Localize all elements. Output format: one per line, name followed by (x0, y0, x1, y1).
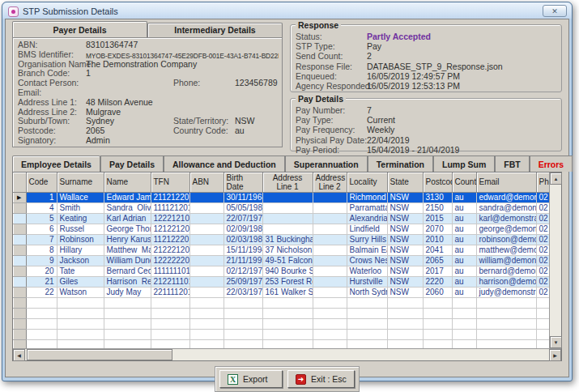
grid-cell-address1[interactable]: 49-51 Falcon Street (262, 255, 313, 266)
grid-cell-tfn[interactable]: 122222201 (151, 255, 189, 266)
grid-cell-code[interactable]: 5 (26, 213, 57, 224)
grid-cell-abn[interactable] (189, 276, 224, 287)
grid-cell-locality[interactable]: Crows Nest (347, 255, 387, 266)
row-selector[interactable] (13, 255, 26, 266)
grid-cell-address1[interactable] (262, 224, 313, 234)
grid-cell-state[interactable]: NSW (387, 224, 423, 234)
grid-cell-name[interactable]: Harrison Relf (104, 276, 151, 287)
grid-cell-tfn[interactable]: 211212201 (151, 192, 189, 202)
grid-cell-name[interactable] (104, 308, 151, 318)
row-selector[interactable] (13, 202, 26, 213)
grid-cell-name[interactable]: George Thomas (104, 224, 151, 234)
grid-cell-address1[interactable] (262, 339, 313, 348)
grid-cell-locality[interactable]: Lindfield (347, 224, 387, 234)
grid-cell-abn[interactable] (189, 213, 224, 224)
grid-cell-country[interactable] (452, 329, 476, 339)
table-row[interactable] (13, 329, 549, 339)
grid-cell-country[interactable]: au (452, 266, 476, 276)
row-selector[interactable]: ▶ (13, 192, 26, 202)
grid-cell-country[interactable]: au (452, 202, 476, 213)
grid-cell-address1[interactable] (262, 213, 313, 224)
grid-cell-address2[interactable] (313, 339, 347, 348)
grid-cell-birth_date[interactable]: 02/12/1976 (224, 266, 262, 276)
grid-cell-address1[interactable]: 37 Nicholson Street (262, 245, 313, 255)
grid-cell-phone[interactable]: 02 (536, 234, 549, 245)
table-row[interactable]: 21GilesHarrison Relf21221110125/09/19782… (13, 276, 549, 287)
grid-cell-address2[interactable] (313, 234, 347, 245)
grid-cell-country[interactable]: au (452, 192, 476, 202)
grid-cell-address1[interactable] (262, 318, 313, 329)
row-selector[interactable] (13, 287, 26, 297)
grid-cell-phone[interactable] (536, 297, 549, 308)
grid-cell-address2[interactable] (313, 329, 347, 339)
grid-cell-address1[interactable]: 253 Forest Road (262, 276, 313, 287)
grid-cell-email[interactable] (476, 339, 536, 348)
grid-cell-email[interactable] (476, 308, 536, 318)
table-row[interactable]: ▶1WallaceEdward James21121220130/11/1968… (13, 192, 549, 202)
horizontal-scroll-thumb[interactable] (27, 349, 172, 360)
grid-cell-email[interactable]: harrison@demonstra (476, 276, 536, 287)
grid-cell-abn[interactable] (189, 318, 224, 329)
grid-cell-surname[interactable]: Jackson (57, 255, 104, 266)
grid-cell-phone[interactable] (536, 329, 549, 339)
grid-cell-postcode[interactable] (423, 318, 452, 329)
grid-cell-code[interactable]: 21 (26, 276, 57, 287)
grid-cell-code[interactable] (26, 297, 57, 308)
grid-cell-locality[interactable]: Hurstville (347, 276, 387, 287)
tab-allowance-and-deduction[interactable]: Allowance and Deduction (164, 156, 285, 172)
grid-cell-email[interactable]: robinson@demonstr (476, 234, 536, 245)
grid-cell-email[interactable]: william@demonstrat (476, 255, 536, 266)
grid-cell-code[interactable]: 20 (26, 266, 57, 276)
grid-cell-surname[interactable]: Giles (57, 276, 104, 287)
grid-cell-email[interactable]: sandra@demonstrat (476, 202, 536, 213)
grid-cell-locality[interactable]: Surry Hills (347, 234, 387, 245)
grid-cell-name[interactable]: Edward James (104, 192, 151, 202)
grid-cell-birth_date[interactable]: 21/11/1995 (224, 255, 262, 266)
grid-cell-postcode[interactable]: 2010 (423, 234, 452, 245)
grid-cell-address2[interactable] (313, 318, 347, 329)
grid-cell-phone[interactable] (536, 339, 549, 348)
column-header-country[interactable]: Country (452, 173, 476, 192)
grid-cell-code[interactable]: 7 (26, 234, 57, 245)
table-row[interactable]: 6RusselGeorge Thomas12122120102/09/1986L… (13, 224, 549, 234)
grid-cell-surname[interactable]: Watson (57, 287, 104, 297)
grid-cell-country[interactable]: au (452, 224, 476, 234)
grid-cell-country[interactable] (452, 318, 476, 329)
grid-cell-email[interactable] (476, 318, 536, 329)
grid-cell-code[interactable]: 4 (26, 202, 57, 213)
grid-cell-tfn[interactable] (151, 339, 189, 348)
grid-cell-code[interactable]: 1 (26, 192, 57, 202)
row-selector[interactable] (13, 308, 26, 318)
grid-cell-email[interactable] (476, 329, 536, 339)
grid-cell-abn[interactable] (189, 308, 224, 318)
table-row[interactable] (13, 339, 549, 348)
grid-cell-state[interactable]: NSW (387, 276, 423, 287)
grid-cell-tfn[interactable]: 212211101 (151, 276, 189, 287)
grid-cell-state[interactable]: NSW (387, 255, 423, 266)
column-header-phone[interactable]: Phone (536, 173, 549, 192)
grid-cell-country[interactable]: au (452, 276, 476, 287)
grid-cell-surname[interactable]: Smith (57, 202, 104, 213)
tab-fbt[interactable]: FBT (495, 156, 529, 172)
grid-cell-address1[interactable]: 31 Buckingham Street (262, 234, 313, 245)
grid-cell-surname[interactable] (57, 297, 104, 308)
grid-cell-state[interactable] (387, 318, 423, 329)
grid-cell-surname[interactable]: Hillary (57, 245, 104, 255)
column-header-tfn[interactable]: TFN (151, 173, 189, 192)
tab-termination[interactable]: Termination (368, 156, 433, 172)
grid-cell-country[interactable]: au (452, 245, 476, 255)
grid-cell-code[interactable]: 9 (26, 255, 57, 266)
table-row[interactable]: 20TateBernard Cedric11111110102/12/19769… (13, 266, 549, 276)
grid-cell-address2[interactable] (313, 224, 347, 234)
grid-cell-state[interactable]: NSW (387, 287, 423, 297)
grid-cell-surname[interactable] (57, 318, 104, 329)
grid-cell-email[interactable]: edward@demonstra (476, 192, 536, 202)
tab-lump-sum[interactable]: Lump Sum (433, 156, 495, 172)
grid-cell-email[interactable]: judy@demonstration (476, 287, 536, 297)
grid-cell-phone[interactable] (536, 318, 549, 329)
grid-cell-locality[interactable]: Balmain East (347, 245, 387, 255)
grid-cell-postcode[interactable]: 2015 (423, 213, 452, 224)
table-row[interactable] (13, 297, 549, 308)
table-row[interactable]: 7RobinsonHenry Karuso11212220102/03/1989… (13, 234, 549, 245)
grid-cell-email[interactable]: karl@demonstration. (476, 213, 536, 224)
